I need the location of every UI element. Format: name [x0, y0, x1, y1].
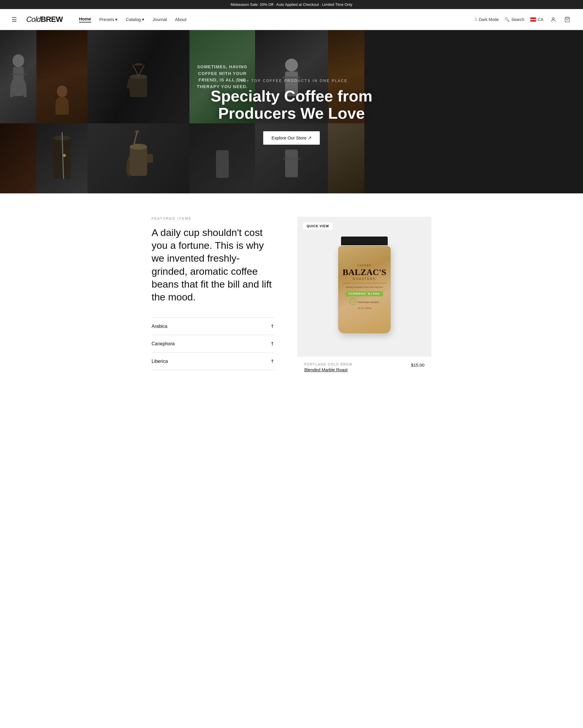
bag-roasters: ROASTERS — [353, 277, 376, 281]
bag-divider — [342, 283, 386, 283]
flag-icon — [530, 18, 536, 22]
coffee-type-arabica[interactable]: Arabica ↗ — [151, 318, 274, 335]
account-button[interactable] — [549, 16, 557, 24]
coffee-type-canephora[interactable]: Canephora ↗ — [151, 335, 274, 353]
product-card: QUICK VIEW COFFEE BALZAC'S ROASTERS — [297, 217, 432, 378]
arrow-icon: ↗ — [269, 323, 275, 330]
quick-view-button[interactable]: QUICK VIEW — [303, 223, 333, 230]
explore-store-button[interactable]: Explore Our Store ↗ — [263, 131, 320, 145]
main-nav: Home Presets ▾ Catalog ▾ Journal About — [79, 16, 187, 23]
svg-point-16 — [63, 154, 66, 157]
product-details: PORTLAND COLD BREW Blended Marble Roast — [304, 363, 353, 372]
chevron-down-icon: ▾ — [142, 17, 144, 22]
product-name-link[interactable]: Blended Marble Roast — [304, 367, 353, 372]
hero-cell-7 — [0, 123, 36, 193]
hero-cta-label: Explore Our Store ↗ — [271, 135, 311, 140]
nav-about[interactable]: About — [175, 17, 186, 22]
svg-point-10 — [285, 59, 298, 72]
hero-section: SOMETIMES, HAVING COFFEE WITH YOUR FRIEN… — [0, 30, 583, 193]
dark-mode-label: Dark Mode — [479, 17, 499, 22]
product-image-area: COFFEE BALZAC'S ROASTERS Weekly Roasted … — [297, 217, 432, 357]
svg-point-4 — [12, 54, 24, 67]
chevron-down-icon: ▾ — [115, 17, 117, 22]
hero-title: Specialty Coffee from Producers We Love — [204, 87, 379, 122]
locale-button[interactable]: CA — [530, 17, 543, 22]
coffee-type-liberica[interactable]: Liberica ↗ — [151, 353, 274, 370]
search-label: Search — [511, 17, 524, 22]
svg-rect-5 — [13, 67, 24, 96]
svg-rect-6 — [11, 74, 26, 75]
announcement-text: Midseason Sale: 20% Off · Auto Applied a… — [230, 2, 352, 7]
arrow-icon: ↗ — [269, 340, 275, 347]
header-left: ☰ ColdBREW Home Presets ▾ Catalog ▾ Jour… — [12, 15, 187, 24]
svg-rect-22 — [216, 150, 229, 178]
product-info: PORTLAND COLD BREW Blended Marble Roast … — [297, 357, 432, 378]
header-right: ☽ Dark Mode 🔍 Search CA — [473, 16, 571, 24]
cart-button[interactable] — [563, 16, 571, 24]
fairtrade-icon — [350, 298, 357, 305]
coffee-type-list: Arabica ↗ Canephora ↗ Liberica ↗ — [151, 317, 274, 370]
logo[interactable]: ColdBREW — [26, 15, 63, 24]
bag-brand-small: COFFEE — [357, 264, 372, 267]
featured-section: FEATURED ITEMS A daily cup shouldn't cos… — [0, 193, 583, 419]
bag-size: 12 oz / 340 g — [358, 307, 371, 309]
locale-label: CA — [538, 17, 543, 22]
hero-eyebrow: 1000+ TOP COFFEE PRODUCTS IN ONE PLACE — [204, 79, 379, 83]
featured-left: FEATURED ITEMS A daily cup shouldn't cos… — [151, 217, 274, 370]
svg-point-20 — [135, 130, 139, 133]
coffee-bag: COFFEE BALZAC'S ROASTERS Weekly Roasted … — [335, 237, 393, 336]
product-price: $15.00 — [411, 363, 424, 367]
arrow-icon: ↗ — [269, 358, 275, 365]
search-icon: 🔍 — [505, 17, 509, 22]
svg-rect-24 — [285, 150, 298, 177]
svg-rect-17 — [130, 147, 147, 176]
announcement-bar: Midseason Sale: 20% Off · Auto Applied a… — [0, 0, 583, 9]
bag-label: COFFEE BALZAC'S ROASTERS Weekly Roasted … — [342, 252, 386, 322]
bag-blend-label: FARMERS' BLEND — [346, 291, 383, 296]
svg-point-2 — [57, 85, 67, 97]
svg-point-0 — [552, 18, 554, 20]
nav-home[interactable]: Home — [79, 16, 91, 23]
hero-cell-3 — [87, 30, 190, 123]
bag-body: COFFEE BALZAC'S ROASTERS Weekly Roasted … — [338, 246, 391, 333]
coffee-name-liberica: Liberica — [151, 359, 168, 364]
product-brand: PORTLAND COLD BREW — [304, 363, 353, 366]
coffee-name-arabica: Arabica — [151, 324, 167, 329]
bag-organic: FAIRTRADE ORGANIC — [358, 301, 379, 303]
hero-content: 1000+ TOP COFFEE PRODUCTS IN ONE PLACE S… — [198, 73, 385, 151]
svg-rect-7 — [130, 77, 147, 97]
bag-brand-name: BALZAC'S — [342, 268, 386, 277]
svg-rect-3 — [59, 97, 65, 114]
featured-headline: A daily cup shouldn't cost you a fortune… — [151, 226, 274, 303]
svg-point-18 — [130, 144, 147, 150]
hero-cell-2 — [0, 30, 36, 123]
nav-journal[interactable]: Journal — [152, 17, 167, 22]
search-button[interactable]: 🔍 Search — [505, 17, 524, 22]
header: ☰ ColdBREW Home Presets ▾ Catalog ▾ Jour… — [0, 9, 583, 30]
svg-rect-19 — [146, 154, 153, 163]
moon-icon: ☽ — [473, 17, 477, 22]
featured-label: FEATURED ITEMS — [151, 217, 274, 220]
svg-rect-25 — [283, 158, 300, 159]
hero-cell-9 — [87, 123, 190, 193]
hero-cell-1 — [36, 30, 87, 123]
dark-mode-toggle[interactable]: ☽ Dark Mode — [473, 17, 499, 22]
nav-catalog[interactable]: Catalog ▾ — [126, 17, 144, 22]
bag-top — [341, 237, 388, 245]
bag-description: Weekly Roasted From Our Farmers — [346, 286, 383, 289]
nav-presets[interactable]: Presets ▾ — [100, 17, 118, 22]
coffee-name-canephora: Canephora — [151, 341, 175, 346]
svg-point-9 — [134, 63, 143, 66]
hero-cell-8 — [36, 123, 87, 193]
menu-icon[interactable]: ☰ — [12, 16, 17, 23]
